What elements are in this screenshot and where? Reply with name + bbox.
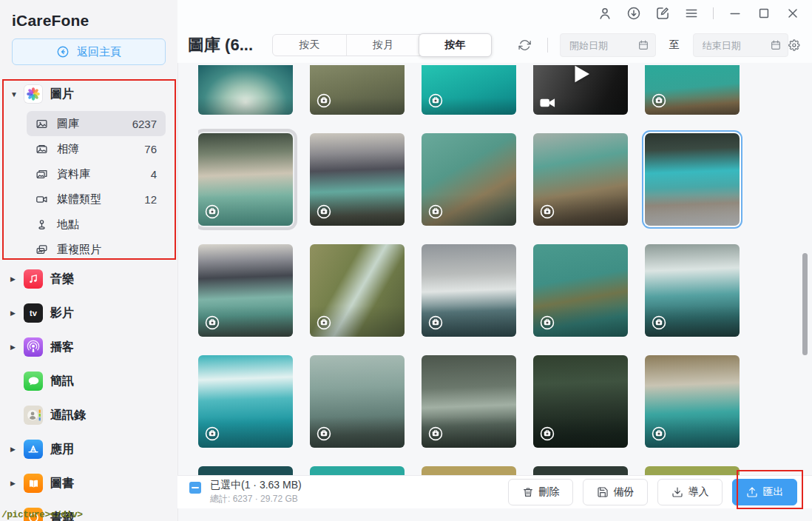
sidebar: iCareFone 返回主頁 ▼圖片圖庫6237相簿76資料庫4媒體類型12地點… [0, 0, 178, 521]
refresh-icon[interactable] [518, 37, 531, 53]
sidebar-item-photos[interactable]: ▼圖片 [0, 77, 177, 111]
live-photo-badge-icon [427, 204, 444, 220]
photo-row [198, 133, 745, 226]
select-all-checkbox[interactable] [189, 482, 201, 494]
photo-thumbnail[interactable] [422, 355, 516, 448]
view-tab-by-month[interactable]: 按月 [346, 35, 419, 56]
sidebar-item-gallery[interactable]: 圖庫6237 [27, 111, 166, 136]
photo-thumbnail[interactable] [310, 466, 405, 475]
button-label: 刪除 [539, 485, 560, 499]
photo-thumbnail[interactable] [198, 133, 293, 226]
backup-button[interactable]: 備份 [583, 479, 648, 505]
sidebar-item-label: 資料庫 [57, 167, 90, 181]
photo-thumbnail[interactable] [533, 466, 628, 475]
sidebar-item-messages[interactable]: 簡訊 [0, 364, 177, 398]
calendar-icon[interactable] [770, 39, 782, 51]
sidebar-item-label: 影片 [50, 306, 74, 321]
photo-thumbnail[interactable] [198, 355, 293, 448]
photo-thumbnail[interactable] [533, 65, 628, 115]
sidebar-item-label: 音樂 [50, 272, 74, 287]
calendar-icon[interactable] [637, 39, 649, 51]
photo-thumbnail[interactable] [422, 133, 516, 226]
photo-thumbnail[interactable] [645, 355, 740, 448]
books-app-icon [24, 474, 43, 493]
sidebar-item-label: 相簿 [57, 142, 79, 156]
back-home-button[interactable]: 返回主頁 [12, 38, 166, 65]
sidebar-item-contacts[interactable]: 通訊錄 [0, 398, 177, 432]
main-area: 圖庫 (6... 按天按月按年 至 [177, 0, 812, 521]
photo-thumbnail[interactable] [310, 65, 405, 115]
library-icon [35, 168, 48, 181]
live-photo-badge-icon [651, 93, 667, 109]
start-date-field[interactable] [560, 33, 656, 57]
live-photo-badge-icon [539, 204, 555, 220]
delete-button[interactable]: 刪除 [508, 479, 573, 505]
photo-thumbnail[interactable] [645, 133, 740, 226]
photo-thumbnail[interactable] [198, 65, 293, 115]
photo-thumbnail[interactable] [645, 244, 740, 337]
messages-app-icon [24, 372, 43, 391]
live-photo-badge-icon [539, 426, 555, 442]
maximize-icon[interactable] [757, 6, 771, 21]
view-tab-by-year[interactable]: 按年 [419, 33, 492, 57]
end-date-field[interactable] [693, 33, 789, 57]
export-button[interactable]: 匯出 [732, 479, 797, 505]
duplicate-icon [35, 243, 48, 256]
live-photo-badge-icon [316, 93, 332, 109]
photo-thumbnail[interactable] [310, 244, 405, 337]
close-icon[interactable] [785, 6, 800, 21]
photo-thumbnail[interactable] [645, 65, 740, 115]
sidebar-item-apps[interactable]: ▶應用 [0, 432, 177, 466]
photo-thumbnail[interactable] [310, 355, 405, 448]
live-photo-badge-icon [651, 426, 667, 442]
header-divider [547, 38, 548, 53]
page-title: 圖庫 (6... [188, 34, 253, 56]
photo-row [198, 355, 745, 448]
gallery-header: 圖庫 (6... 按天按月按年 至 [177, 28, 812, 62]
photo-thumbnail[interactable] [198, 466, 293, 475]
photo-thumbnail[interactable] [198, 244, 293, 337]
sidebar-item-library[interactable]: 資料庫4 [27, 161, 166, 186]
sidebar-item-locations[interactable]: 地點 [27, 212, 166, 237]
feedback-icon[interactable] [655, 6, 670, 21]
chevron-right-icon: ▶ [10, 343, 24, 351]
sidebar-item-music[interactable]: ▶音樂 [0, 262, 177, 296]
live-photo-badge-icon [651, 315, 667, 331]
sidebar-item-label: 媒體類型 [57, 192, 101, 206]
sidebar-item-books[interactable]: ▶圖書 [0, 466, 177, 500]
live-photo-badge-icon [204, 204, 220, 220]
chevron-right-icon: ▶ [10, 446, 24, 453]
download-circle-icon[interactable] [626, 6, 641, 21]
sidebar-item-podcasts[interactable]: ▶播客 [0, 330, 177, 364]
start-date-input[interactable] [568, 39, 637, 52]
live-photo-badge-icon [427, 93, 444, 109]
photo-thumbnail[interactable] [533, 244, 628, 337]
photo-thumbnail[interactable] [422, 466, 516, 475]
sidebar-item-label: 圖書 [50, 476, 74, 491]
photo-thumbnail[interactable] [422, 244, 516, 337]
minimize-icon[interactable] [728, 6, 742, 21]
scrollbar-thumb[interactable] [802, 253, 808, 355]
button-label: 備份 [614, 485, 635, 499]
photo-thumbnail[interactable] [310, 133, 405, 226]
end-date-input[interactable] [701, 39, 771, 52]
sidebar-nav: ▼圖片圖庫6237相簿76資料庫4媒體類型12地點重複照片▶音樂▶tv影片▶播客… [0, 77, 177, 521]
photo-thumbnail[interactable] [422, 65, 516, 115]
photo-thumbnail[interactable] [645, 466, 740, 475]
photo-thumbnail[interactable] [533, 355, 628, 448]
music-app-icon [24, 269, 43, 289]
person-icon[interactable] [598, 6, 612, 21]
view-tab-by-day[interactable]: 按天 [273, 35, 346, 56]
photo-thumbnail[interactable] [533, 133, 628, 226]
sidebar-item-videos[interactable]: ▶tv影片 [0, 296, 177, 330]
item-count: 76 [144, 143, 157, 155]
menu-icon[interactable] [684, 6, 699, 21]
sidebar-item-albums[interactable]: 相簿76 [27, 136, 166, 161]
trash-icon [522, 486, 534, 498]
gear-icon[interactable] [788, 38, 800, 53]
play-icon[interactable] [567, 65, 594, 87]
import-button[interactable]: 導入 [657, 479, 723, 505]
sidebar-item-duplicate-photos[interactable]: 重複照片 [27, 237, 166, 262]
selection-info: 已選中(1 · 3.63 MB) 總計: 6237 · 29.72 GB [210, 479, 302, 505]
sidebar-item-media-type[interactable]: 媒體類型12 [27, 186, 166, 212]
